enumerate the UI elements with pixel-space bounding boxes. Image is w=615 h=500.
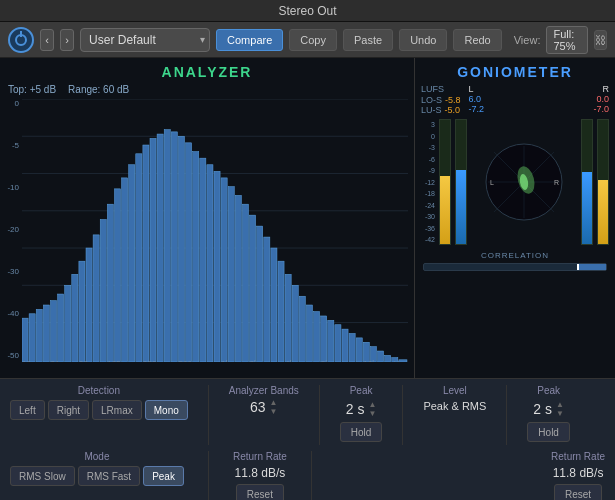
- meter-scale: 3 0 -3 -6 -9 -12 -18 -24 -30 -36 -42: [421, 119, 435, 245]
- return-rate-left-value: 11.8 dB/s: [235, 466, 286, 480]
- goniometer-title: GONIOMETER: [457, 58, 573, 82]
- window-title: Stereo Out: [278, 4, 336, 18]
- svg-rect-36: [228, 187, 234, 362]
- view-label: View:: [514, 34, 541, 46]
- svg-rect-22: [129, 165, 135, 362]
- svg-text:L: L: [490, 179, 494, 186]
- mono-button[interactable]: Mono: [145, 400, 188, 420]
- svg-rect-33: [207, 165, 213, 362]
- svg-rect-24: [143, 145, 149, 362]
- view-value[interactable]: Full: 75%: [546, 26, 588, 54]
- preset-select[interactable]: User Default: [80, 28, 210, 52]
- divider-1: [208, 385, 209, 445]
- left-button[interactable]: Left: [10, 400, 45, 420]
- compare-button[interactable]: Compare: [216, 29, 283, 51]
- correlation-marker: [577, 264, 579, 270]
- svg-rect-8: [29, 314, 35, 362]
- detection-group: Detection Left Right LRmax Mono: [10, 385, 188, 420]
- svg-rect-21: [122, 178, 128, 362]
- lufs-lui-label: LU-S: [421, 105, 442, 115]
- svg-rect-45: [292, 285, 298, 362]
- svg-rect-38: [242, 204, 248, 362]
- meter-l-blue-fill: [456, 170, 466, 244]
- lrmax-button[interactable]: LRmax: [92, 400, 142, 420]
- svg-rect-35: [221, 178, 227, 362]
- prev-button[interactable]: ‹: [40, 29, 54, 51]
- lufs-lo-label: LO-S: [421, 95, 442, 105]
- svg-text:62: 62: [79, 359, 88, 369]
- meter-r-fill: [598, 180, 608, 244]
- level-label: Level: [443, 385, 467, 396]
- controls-bottom-row: Mode RMS Slow RMS Fast Peak Return Rate …: [10, 451, 605, 500]
- svg-rect-12: [58, 294, 64, 362]
- y-label-5: -5: [0, 141, 22, 150]
- correlation-bar: [423, 263, 607, 271]
- analyzer-info: Top: +5 dB Range: 60 dB: [0, 82, 414, 97]
- y-label-40: -40: [0, 309, 22, 318]
- divider-3: [402, 385, 403, 445]
- peak-left-stepper[interactable]: ▲▼: [368, 400, 376, 418]
- svg-rect-52: [342, 329, 348, 362]
- next-button[interactable]: ›: [60, 29, 74, 51]
- analyzer-title: ANALYZER: [0, 58, 414, 82]
- peak-right-label: Peak: [537, 385, 560, 396]
- mode-label: Mode: [84, 451, 109, 462]
- divider-4: [506, 385, 507, 445]
- gonio-circle-wrapper: L R: [471, 119, 577, 245]
- y-label-10: -10: [0, 183, 22, 192]
- paste-button[interactable]: Paste: [343, 29, 393, 51]
- lufs-lo-val: -5.8: [445, 95, 461, 105]
- svg-rect-9: [36, 309, 42, 362]
- preset-select-wrapper: User Default ▾: [80, 28, 210, 52]
- divider-6: [311, 451, 312, 500]
- correlation-label: CORRELATION: [423, 251, 607, 260]
- level-meters: 3 0 -3 -6 -9 -12 -18 -24 -30 -36 -42: [415, 117, 615, 247]
- analyzer-bands-control: Analyzer Bands 63 ▲▼: [229, 385, 299, 416]
- svg-text:2k: 2k: [250, 359, 259, 369]
- peak-left-value-group: 2 s ▲▼: [346, 400, 377, 418]
- lufs-label: LUFS: [421, 84, 461, 94]
- return-rate-left-label: Return Rate: [233, 451, 287, 462]
- svg-rect-32: [200, 158, 206, 362]
- svg-rect-48: [314, 312, 320, 362]
- peak-right-value-group: 2 s ▲▼: [533, 400, 564, 418]
- right-button[interactable]: Right: [48, 400, 89, 420]
- peak-right-stepper[interactable]: ▲▼: [556, 400, 564, 418]
- svg-rect-54: [356, 338, 362, 362]
- main-content: ANALYZER Top: +5 dB Range: 60 dB 0 -5 -1…: [0, 58, 615, 378]
- return-rate-right-label: Return Rate: [551, 451, 605, 462]
- svg-rect-15: [79, 261, 85, 362]
- detection-buttons: Left Right LRmax Mono: [10, 400, 188, 420]
- controls-top-row: Detection Left Right LRmax Mono Analyzer…: [10, 385, 605, 445]
- toolbar: ‹ › User Default ▾ Compare Copy Paste Un…: [0, 22, 615, 58]
- analyzer-bands-stepper[interactable]: ▲▼: [270, 398, 278, 416]
- analyzer-bands-value: 63: [250, 399, 266, 415]
- rms-fast-button[interactable]: RMS Fast: [78, 466, 140, 486]
- range-label: Range: 60 dB: [68, 84, 129, 95]
- mode-buttons: RMS Slow RMS Fast Peak: [10, 466, 184, 486]
- meter-r-blue: [581, 119, 593, 245]
- return-rate-left-group: Return Rate 11.8 dB/s Reset: [233, 451, 287, 500]
- rms-slow-button[interactable]: RMS Slow: [10, 466, 75, 486]
- l-rms-val: -7.2: [469, 104, 485, 114]
- svg-rect-19: [107, 204, 113, 362]
- l-peak-val: 6.0: [469, 94, 482, 104]
- redo-button[interactable]: Redo: [453, 29, 501, 51]
- reset-left-button[interactable]: Reset: [236, 484, 284, 500]
- power-button[interactable]: [8, 27, 34, 53]
- top-label: Top: +5 dB: [8, 84, 56, 95]
- peak-right-value: 2 s: [533, 401, 552, 417]
- svg-rect-10: [43, 305, 49, 362]
- hold-right-button[interactable]: Hold: [527, 422, 570, 442]
- svg-rect-41: [264, 237, 270, 362]
- reset-right-button[interactable]: Reset: [554, 484, 602, 500]
- hold-left-button[interactable]: Hold: [340, 422, 383, 442]
- undo-button[interactable]: Undo: [399, 29, 447, 51]
- link-icon[interactable]: ⛓: [594, 30, 607, 50]
- svg-rect-51: [335, 325, 341, 362]
- meter-l-yellow: [439, 119, 451, 245]
- peak-mode-button[interactable]: Peak: [143, 466, 184, 486]
- svg-rect-50: [328, 320, 334, 362]
- copy-button[interactable]: Copy: [289, 29, 337, 51]
- svg-rect-44: [285, 274, 291, 362]
